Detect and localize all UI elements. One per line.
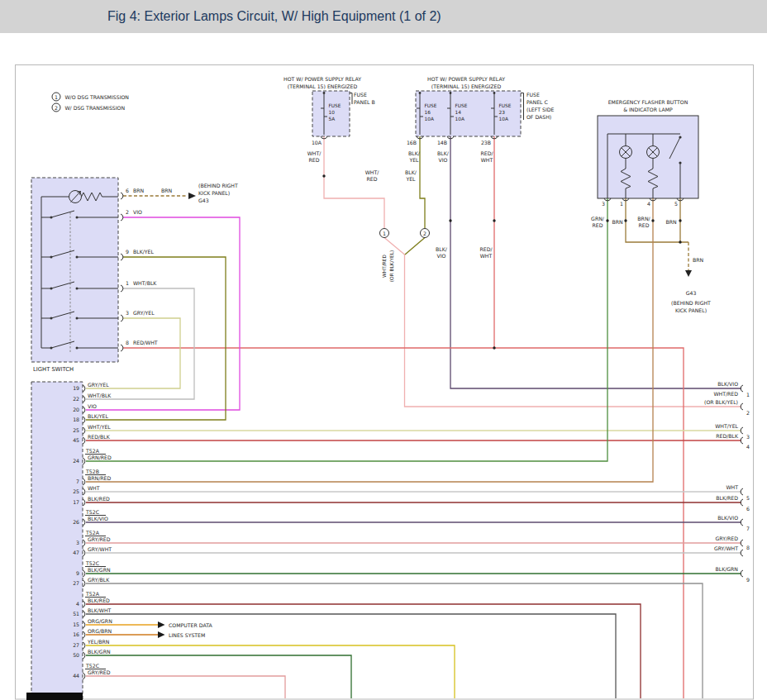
- panel-name: FUSE: [354, 92, 367, 98]
- wire-label: BRN: [693, 257, 704, 263]
- wire-label: WHT/BLK: [88, 393, 112, 398]
- wire-label: RED: [593, 222, 603, 228]
- figure-title: Fig 4: Exterior Lamps Circuit, W/ High E…: [107, 9, 441, 24]
- wire-label: WHT/: [365, 169, 380, 175]
- junction-dot: [624, 219, 626, 221]
- connector-section-label: T52C: [85, 663, 99, 669]
- connector-pin-number: 19: [73, 385, 79, 391]
- wiring-diagram: 19GRY/YEL22WHT/BLK20VIO18BLK/YEL25WHT/YE…: [0, 33, 767, 700]
- annotation: LINES SYSTEM: [169, 632, 205, 638]
- wire-label: BRN: [133, 188, 145, 193]
- fuse-number: 14: [455, 110, 462, 115]
- wire-label: BLK/RED: [716, 495, 738, 501]
- connector-pin-number: 20: [73, 407, 79, 412]
- connector-pin-number: 26: [73, 519, 79, 525]
- wire-label: WHT/YEL: [715, 423, 738, 429]
- terminal-label: 14B: [437, 140, 447, 145]
- right-connector-number: 4: [746, 444, 750, 450]
- fuse-label: FUSE: [425, 103, 437, 108]
- right-connector-number: 8: [746, 545, 750, 550]
- hot-header: (TERMINAL 15) ENERGIZED: [431, 83, 502, 89]
- wire-label: VIO: [439, 157, 448, 163]
- switch-pin-number: 1: [126, 280, 129, 286]
- wire-label: GRY/WHT: [88, 546, 112, 552]
- wire-label: RED/BLK: [716, 433, 739, 439]
- connector-section-label: T52B: [85, 469, 99, 474]
- emergency-flasher-box: [598, 116, 698, 198]
- wire-label: YEL: [408, 157, 419, 163]
- wire-label: WHT: [726, 484, 738, 490]
- wire-label: ORG/GRN: [88, 618, 112, 624]
- panel-name: (LEFT SIDE: [526, 107, 554, 112]
- cutoff-bar: [26, 693, 83, 700]
- wire-label: GRY/RED: [88, 669, 111, 675]
- fuse-label: FUSE: [329, 103, 341, 108]
- wire-label-vertical: (OR BLK/YEL): [389, 250, 394, 282]
- fuse-rating: 10A: [425, 117, 434, 121]
- right-connector-number: 3: [746, 434, 750, 440]
- wire-label: BLK/RED: [88, 496, 110, 502]
- junction-number: 2: [423, 231, 426, 236]
- wire-label: GRY/BLK: [88, 577, 110, 583]
- wire-label: BLK/VIO: [88, 516, 108, 521]
- fuse-rating: 5A: [329, 117, 336, 121]
- figure-title-bar: Fig 4: Exterior Lamps Circuit, W/ High E…: [0, 0, 767, 33]
- wire-label: BLK/VIO: [717, 515, 738, 521]
- fuse-rating: 10A: [499, 117, 508, 121]
- fuse-number: 16: [425, 110, 431, 115]
- junction-dot: [449, 219, 451, 221]
- wire-label: VIO: [88, 403, 97, 409]
- wire-label: GRY/WHT: [714, 545, 738, 551]
- wire-label: VIO: [437, 253, 446, 259]
- connector-pin-number: 47: [73, 550, 79, 555]
- switch-pin-number: 9: [126, 249, 129, 255]
- wire-label: WHT: [481, 157, 493, 163]
- wire-label: RED/: [480, 150, 493, 156]
- panel-name: PANEL B: [354, 99, 375, 105]
- component-label: LIGHT SWITCH: [33, 366, 74, 373]
- fuse-label: FUSE: [455, 103, 468, 108]
- wire-label: RED: [309, 157, 320, 163]
- junction-number: 1: [383, 231, 386, 236]
- junction-dot: [493, 346, 495, 349]
- wire-label: VIO: [133, 209, 142, 215]
- wire-label: GRN/: [591, 216, 605, 221]
- legend-symbol: 1: [55, 94, 58, 100]
- connector-pin-number: 7: [76, 479, 79, 484]
- wire-label: BRN: [612, 219, 623, 225]
- wire-label: RED: [639, 222, 650, 228]
- terminal-label: 16B: [407, 140, 417, 145]
- wire-label: BLK/: [437, 150, 450, 156]
- ground-name: G43: [198, 198, 209, 203]
- wire-label: WHT/YEL: [88, 424, 111, 430]
- wire-label: WHT/RED: [713, 391, 738, 397]
- panel-name: OF DASH): [526, 114, 551, 120]
- ground-location: (BEHIND RIGHT: [198, 183, 238, 188]
- wire-label: GRY/RED: [88, 536, 111, 542]
- wire-label: WHT: [88, 485, 100, 491]
- right-connector-number: 1: [746, 392, 750, 398]
- wire-label: GRY/YEL: [88, 382, 109, 388]
- connector-pin-number: 9: [76, 570, 79, 576]
- connector-pin-number: 16: [73, 631, 79, 637]
- connector-pin-number: 25: [73, 488, 79, 494]
- connector-pin-number: 25: [73, 427, 79, 433]
- connector-pin-number: 18: [73, 417, 79, 422]
- wire-label: GRN/RED: [88, 455, 112, 460]
- flasher-pin-number: 4: [647, 201, 650, 207]
- wire-label: YEL: [405, 176, 416, 182]
- wire-label: RED/WHT: [133, 340, 158, 345]
- switch-pin-number: 2: [126, 209, 129, 215]
- connector-section-label: T52A: [85, 448, 100, 454]
- wire-label: BLK/GRN: [88, 567, 111, 573]
- right-connector-number: 2: [746, 410, 750, 416]
- right-connector-number: 7: [746, 526, 750, 531]
- wire-label: BLK/YEL: [133, 249, 155, 255]
- wire-label: BRN: [161, 188, 173, 193]
- ground-location: KICK PANEL): [198, 190, 230, 196]
- terminal-label: 23B: [481, 140, 491, 145]
- wire-label: (OR BLK/YEL): [704, 399, 738, 405]
- junction-dot: [679, 240, 681, 243]
- flasher-pin-number: 3: [602, 201, 605, 207]
- ground-location: KICK PANEL): [675, 307, 707, 313]
